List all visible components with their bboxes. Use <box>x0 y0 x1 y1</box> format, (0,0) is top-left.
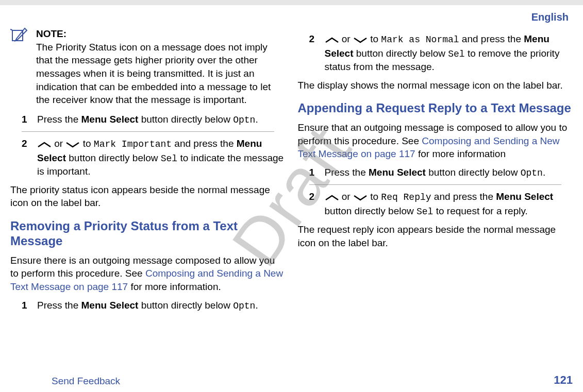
step-number: 2 <box>309 32 318 74</box>
step-text: or to Req Reply and press the Menu Selec… <box>325 190 573 218</box>
step-divider <box>309 184 562 185</box>
steps-request-reply: 1 Press the Menu Select button directly … <box>298 166 573 218</box>
right-column: 2 or to Mark as Normal and press the Men… <box>298 27 573 317</box>
note-icon <box>10 27 29 107</box>
steps-priority-remove: 1 Press the Menu Select button directly … <box>10 299 286 312</box>
chevron-up-icon <box>325 191 339 204</box>
chevron-up-icon <box>37 138 52 151</box>
note-title: NOTE: <box>36 28 66 39</box>
note-text: The Priority Status icon on a message do… <box>36 42 271 106</box>
section-heading-remove-priority: Removing a Priority Status from a Text M… <box>10 219 286 249</box>
language-label: English <box>10 10 573 24</box>
chevron-down-icon <box>353 191 368 204</box>
step-2: 2 or to Mark Important and press the Men… <box>10 137 286 178</box>
page: English Draft NOTE: The Priority Status … <box>0 0 583 392</box>
step-1: 1 Press the Menu Select button directly … <box>10 113 286 126</box>
step-1: 1 Press the Menu Select button directly … <box>298 166 573 179</box>
step-text: or to Mark as Normal and press the Menu … <box>325 32 573 74</box>
chevron-up-icon <box>325 33 339 47</box>
step-number: 2 <box>22 137 30 178</box>
step-2: 2 or to Req Reply and press the Menu Sel… <box>298 190 573 218</box>
left-column: NOTE: The Priority Status icon on a mess… <box>10 27 286 317</box>
note-body: NOTE: The Priority Status icon on a mess… <box>36 27 286 107</box>
content-columns: NOTE: The Priority Status icon on a mess… <box>10 27 573 317</box>
result-paragraph: The request reply icon appears beside th… <box>298 223 573 249</box>
steps-priority-add: 1 Press the Menu Select button directly … <box>10 113 286 178</box>
step-1: 1 Press the Menu Select button directly … <box>10 299 286 312</box>
step-number: 1 <box>22 299 30 312</box>
step-text: Press the Menu Select button directly be… <box>37 113 286 126</box>
chevron-down-icon <box>65 138 80 151</box>
send-feedback-link[interactable]: Send Feedback <box>10 374 120 388</box>
result-paragraph: The priority status icon appears beside … <box>10 183 286 210</box>
step-number: 1 <box>309 166 318 179</box>
step-number: 1 <box>22 113 30 126</box>
step-text: or to Mark Important and press the Menu … <box>37 137 286 178</box>
page-footer: Send Feedback 121 <box>10 372 573 388</box>
intro-paragraph: Ensure that an outgoing message is compo… <box>298 121 573 161</box>
step-number: 2 <box>309 190 318 218</box>
intro-paragraph: Ensure there is an outgoing message comp… <box>10 254 286 294</box>
steps-priority-remove-cont: 2 or to Mark as Normal and press the Men… <box>298 32 573 74</box>
note-block: NOTE: The Priority Status icon on a mess… <box>10 27 286 107</box>
step-2: 2 or to Mark as Normal and press the Men… <box>298 32 573 74</box>
section-heading-append-reply: Appending a Request Reply to a Text Mess… <box>298 101 573 116</box>
page-number: 121 <box>554 372 573 388</box>
chevron-down-icon <box>353 33 368 47</box>
page-top-bar <box>0 0 583 5</box>
step-text: Press the Menu Select button directly be… <box>325 166 573 179</box>
step-divider <box>22 131 274 132</box>
result-paragraph: The display shows the normal message ico… <box>298 79 573 92</box>
step-text: Press the Menu Select button directly be… <box>37 299 286 312</box>
